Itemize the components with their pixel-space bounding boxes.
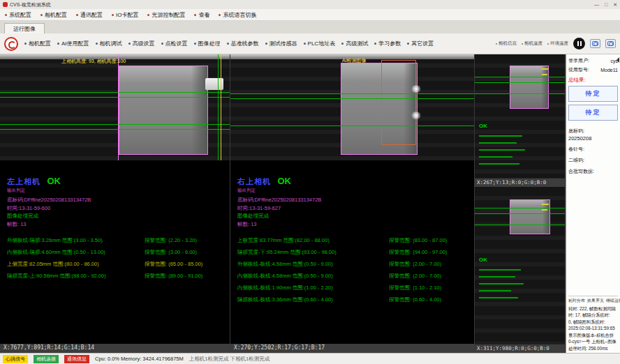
env-temp-label: 环境温度 [547, 40, 568, 47]
panel-spacer [568, 175, 618, 296]
detection-done-text: 上相机1检测完成 下相机1检测完成 [189, 356, 270, 363]
tool-sensor-test[interactable]: 测试传感器 [265, 40, 297, 47]
collapse-arrow-icon[interactable] [614, 57, 619, 63]
right-image-label: AI检测图像 [342, 57, 367, 64]
tool-camera-debug[interactable]: 相机调试 [96, 40, 122, 47]
model-value: Mode11 [600, 68, 618, 73]
menu-light-config[interactable]: 光源控制配置 [147, 11, 185, 19]
small-camera-canvas-1[interactable]: OK [475, 54, 565, 179]
stats-line: 0, 帧隔图和系统时: [568, 319, 618, 325]
stats-tab-2[interactable]: 效果开关 [587, 298, 604, 304]
heartbeat-badge: 心跳信号 [3, 355, 28, 363]
stats-line: 2025:02:08-13:31:59:65 [568, 325, 618, 331]
tool-camera-config[interactable]: 相机配置 [24, 40, 51, 47]
green-guide-line [475, 225, 565, 225]
left-pixel-readout: X:7677,Y:891;R:14;G:14;B:14 [0, 344, 230, 353]
right-result-panel: 右上相机 OK 输出判定 底标码:DFffine2025020813313472… [230, 160, 474, 344]
right-camera-view: AI检测图像 右上相机 OK 输出判定 底标码:DFffine202502081… [230, 54, 475, 353]
mini-text-line [479, 163, 519, 165]
tool-learn-params[interactable]: 学习参数 [374, 40, 401, 47]
right-result-title: 右上相机 [237, 177, 271, 185]
stats-line: 处理时间: 258.00ms [568, 345, 618, 351]
small-ok-text: OK [479, 257, 487, 263]
camera-capture-button-2[interactable] [605, 39, 616, 48]
right-barcode: 底标码:DFffine2025020813313472B [237, 196, 467, 204]
pause-button[interactable] [573, 38, 585, 50]
reflection-flare [411, 85, 422, 93]
right-camera-canvas[interactable]: AI检测图像 [230, 54, 474, 160]
menu-camera-config[interactable]: 相机配置 [40, 11, 67, 19]
left-camera-canvas[interactable]: 上相机高度: 93, 相机高度:100 [0, 54, 230, 160]
measurement-value: 隔膜宽度-上:90.56mm 范围:(88.00 - 92.00) [7, 273, 145, 280]
stats-tab-1[interactable]: 耗时分布 [568, 298, 585, 304]
menu-comm-config[interactable]: 通讯配置 [76, 11, 103, 19]
result-indicator-2: 待定 [568, 105, 618, 121]
tool-spot-check[interactable]: 点检设置 [161, 40, 188, 47]
green-vertical-line [218, 54, 219, 160]
green-guide-line [230, 93, 474, 94]
measurement-alarm: 报警范围: (94.00 - 97.00) [389, 249, 467, 256]
measurement-alarm: 报警范围: (89.00 - 91.00) [145, 273, 223, 280]
left-camera-view: 上相机高度: 93, 相机高度:100 左上相机 OK 输出判定 底标码:DFf… [0, 54, 230, 353]
camera-capture-button-1[interactable] [590, 39, 600, 48]
menu-io-config[interactable]: IO卡配置 [112, 11, 138, 19]
measurement-value: 外侧极线-隔膜:3.26mm 范围:(3.00 - 3.50) [7, 237, 145, 244]
small-camera-canvas-2[interactable]: OK [475, 187, 565, 344]
tab-run-image[interactable]: 运行图像 [4, 23, 45, 33]
login-label: 登录用户: [568, 57, 589, 64]
batch-label: 合批写数据: [568, 168, 618, 175]
right-pixel-readout: X:270;Y:2502;R:17;G:17;B:17 [230, 344, 474, 353]
green-guide-line [230, 126, 474, 126]
minimize-icon[interactable]: — [594, 2, 599, 7]
right-process-done: 图像处理完成 [237, 212, 467, 220]
tool-image-process[interactable]: 图像处理 [194, 40, 221, 47]
tool-advanced-test[interactable]: 高级测试 [341, 40, 368, 47]
tool-other-settings[interactable]: 其它设置 [407, 40, 434, 47]
menu-system-config[interactable]: 系统配置 [5, 11, 31, 19]
mini-text-line [479, 142, 517, 144]
left-frame-count: 帧数: 13 [7, 220, 223, 229]
left-image-label: 上相机高度: 93, 相机高度:100 [61, 58, 126, 65]
mini-text-line [479, 283, 524, 285]
mini-text-line [479, 269, 521, 271]
toolbar: 相机配置 AI使用配置 相机调试 高级设置 点检设置 图像处理 基准线参数 测试… [0, 33, 620, 54]
close-icon[interactable]: ✕ [613, 2, 617, 7]
tool-ai-config[interactable]: AI使用配置 [57, 40, 89, 47]
stats-line: 0-cys=一号 上相机--图像 [568, 338, 618, 344]
small-views-column: OK X:267;Y:13;R:0;G:0;B:0 [475, 54, 566, 353]
green-guide-line [0, 124, 230, 125]
small-camera-view-2: OK X:311;Y:980;R:0;G:0;B:0 [475, 187, 565, 353]
yellow-marker [542, 204, 549, 205]
left-barcode: 底标码:DFffine2025020813313472B [7, 196, 223, 204]
measurement-value: 内侧极线-极线:4.58mm 范围:(0.50 - 9.00) [237, 273, 389, 280]
part-region [510, 66, 549, 109]
green-guide-line [230, 98, 474, 99]
yellow-marker [542, 74, 547, 75]
maximize-icon[interactable]: □ [605, 2, 607, 7]
menu-language-switch[interactable]: 系统语言切换 [219, 11, 256, 19]
app-icon [3, 2, 8, 7]
yellow-marker [542, 209, 547, 211]
login-row: 登录用户: cys [568, 57, 618, 64]
barcode-label: 底标码: [568, 128, 618, 135]
tool-plc-table[interactable]: PLC地址表 [304, 40, 336, 47]
measurement-alarm: 报警范围: (2.20 - 3.20) [145, 237, 223, 244]
green-guide-line [0, 92, 230, 93]
measurement-value: 上极宽度:83.77mm 范围:(82.00 - 88.00) [237, 237, 389, 244]
measurement-value: 隔膜极线-极线:3.36mm 范围:(0.60 - 4.00) [237, 296, 389, 303]
tool-advanced-settings[interactable]: 高级设置 [128, 40, 155, 47]
qr-label: 二维码: [568, 157, 618, 164]
stats-tab-3[interactable]: 继续运行 [606, 298, 620, 304]
comm-status-badge: 通讯信息 [64, 355, 89, 363]
magenta-edge-line [118, 54, 119, 160]
green-guide-line [0, 129, 230, 130]
barcode-value: 20250208 [568, 135, 618, 142]
tool-baseline-params[interactable]: 基准线参数 [227, 40, 259, 47]
info-panel: 登录用户: cys 使用型号: Mode11 总结果: 待定 待定 底标码: 2… [566, 54, 620, 353]
measurement-alarm: 报警范围: (1.10 - 2.10) [389, 285, 467, 291]
left-measurements: 外侧极线-隔膜:3.26mm 范围:(3.00 - 3.50) 报警范围: (2… [7, 237, 223, 280]
green-guide-line [475, 82, 565, 83]
model-label: 使用型号: [568, 66, 589, 73]
menu-view[interactable]: 查看 [194, 11, 209, 19]
left-process-done: 图像处理完成 [7, 212, 223, 220]
